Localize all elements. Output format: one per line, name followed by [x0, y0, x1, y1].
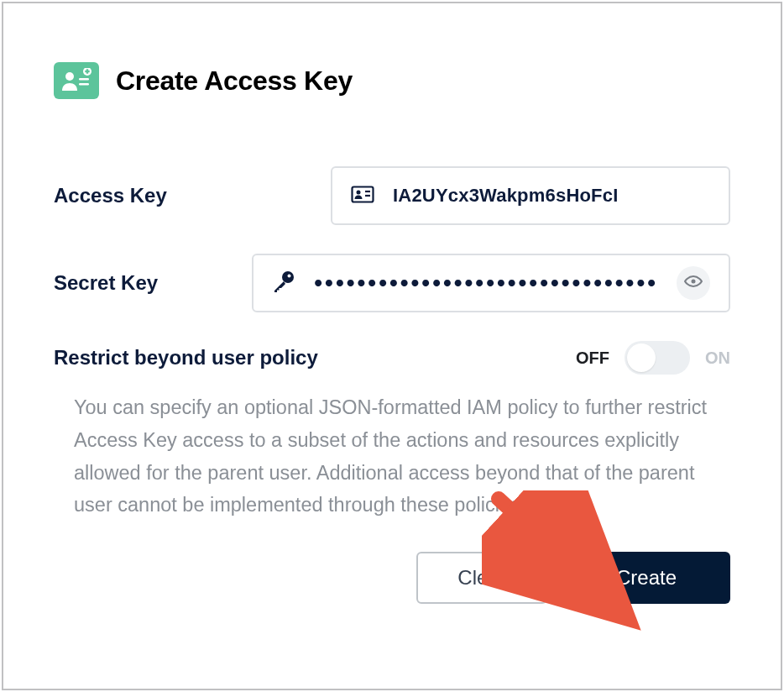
restrict-policy-label: Restrict beyond user policy [54, 346, 576, 370]
action-bar: Clear Create [54, 552, 730, 604]
toggle-off-label: OFF [576, 349, 609, 368]
page-title: Create Access Key [116, 66, 353, 97]
secret-key-row: Secret Key •••••••••••••••••••••••••••••… [54, 254, 730, 312]
secret-key-masked-value: •••••••••••••••••••••••••••••••• [314, 271, 658, 295]
toggle-on-label: ON [705, 349, 730, 368]
restrict-toggle-wrap: OFF ON [576, 341, 730, 375]
restrict-toggle[interactable] [625, 341, 690, 375]
svg-rect-1 [79, 78, 89, 81]
svg-rect-2 [79, 83, 89, 86]
svg-rect-5 [85, 71, 89, 72]
badge-plus-icon [54, 62, 99, 99]
secret-key-label: Secret Key [54, 271, 252, 295]
secret-key-field[interactable]: •••••••••••••••••••••••••••••••• [252, 254, 730, 312]
restrict-policy-row: Restrict beyond user policy OFF ON [54, 341, 730, 375]
svg-point-10 [282, 271, 294, 283]
create-access-key-panel: Create Access Key Access Key IA2UYcx3Wak… [2, 2, 782, 690]
svg-point-11 [288, 275, 291, 278]
eye-icon [684, 275, 703, 291]
access-key-field[interactable]: IA2UYcx3Wakpm6sHoFcI [331, 166, 730, 225]
access-key-value: IA2UYcx3Wakpm6sHoFcI [393, 185, 619, 207]
svg-point-12 [692, 280, 696, 284]
restrict-description: You can specify an optional JSON-formatt… [54, 391, 730, 522]
access-key-row: Access Key IA2UYcx3Wakpm6sHoFcI [54, 166, 730, 225]
id-card-icon [351, 185, 374, 207]
svg-point-0 [65, 72, 74, 81]
access-key-label: Access Key [54, 184, 331, 207]
toggle-knob [627, 343, 656, 372]
panel-header: Create Access Key [54, 62, 730, 99]
svg-point-7 [357, 191, 361, 195]
create-button[interactable]: Create [562, 552, 730, 604]
svg-rect-6 [353, 187, 374, 202]
key-icon [272, 270, 295, 296]
clear-button[interactable]: Clear [416, 552, 547, 604]
reveal-secret-button[interactable] [677, 266, 710, 300]
